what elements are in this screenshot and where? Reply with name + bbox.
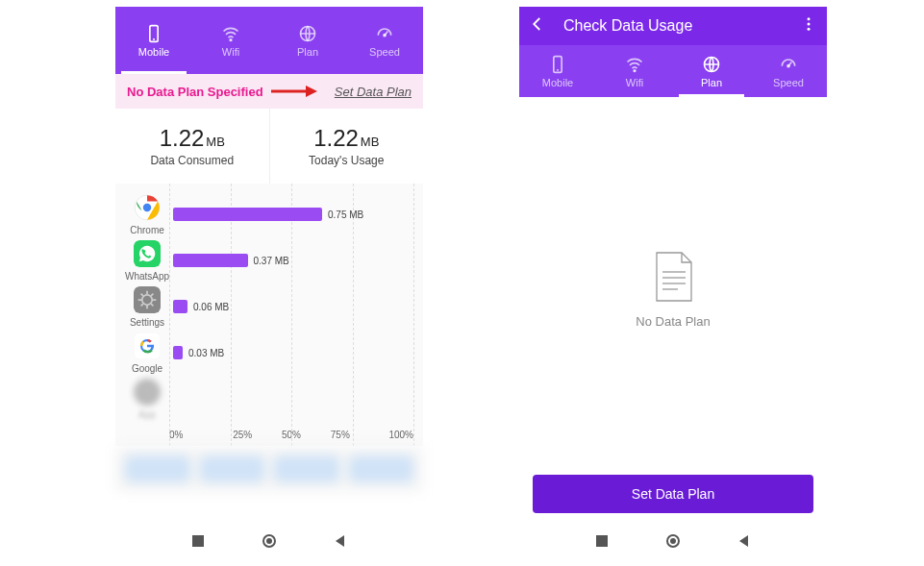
svg-marker-26 (336, 535, 344, 547)
empty-state: No Data Plan (519, 97, 827, 329)
axis-tick: 75% (315, 430, 364, 440)
svg-point-2 (230, 38, 232, 40)
bottom-blurred-row (115, 446, 423, 492)
tab-label: Wifi (222, 46, 239, 58)
tab-label: Speed (773, 77, 804, 88)
stat-today: 1.22MB Today's Usage (270, 109, 424, 184)
wifi-icon (221, 24, 240, 43)
tab-label: Wifi (626, 77, 643, 88)
wifi-icon (625, 55, 644, 74)
axis-tick: 25% (218, 430, 267, 440)
usage-bar (173, 254, 248, 267)
chrome-icon (134, 194, 161, 221)
svg-rect-23 (192, 535, 204, 547)
svg-point-10 (142, 202, 153, 212)
svg-point-5 (384, 34, 386, 36)
page-title: Check Data Usage (563, 17, 783, 35)
tab-label: Speed (369, 46, 400, 58)
phone-icon (548, 55, 567, 74)
nav-home-button[interactable] (666, 534, 680, 548)
nav-recent-button[interactable] (595, 534, 609, 548)
screenshot-left: Mobile Wifi Plan Speed No Data Plan Spec… (115, 7, 423, 559)
tab-label: Plan (701, 77, 722, 88)
tab-label: Plan (297, 46, 318, 58)
app-name: Settings (130, 317, 164, 328)
title-bar: Check Data Usage (519, 7, 827, 45)
tab-mobile[interactable]: Mobile (519, 45, 596, 97)
svg-rect-40 (596, 535, 608, 547)
redacted-app-icon (134, 379, 161, 406)
stat-unit: MB (361, 135, 380, 149)
globe-icon (298, 24, 317, 43)
set-data-plan-link[interactable]: Set Data Plan (335, 85, 412, 99)
svg-rect-12 (134, 286, 161, 313)
app-row-redacted[interactable]: App (125, 376, 413, 422)
app-row-whatsapp[interactable]: WhatsApp 0.37 MB (125, 237, 413, 283)
axis-tick: 0% (169, 430, 218, 440)
google-icon (134, 332, 161, 359)
globe-icon (702, 55, 721, 74)
axis-tick: 100% (364, 430, 413, 440)
no-plan-notice: No Data Plan Specified Set Data Plan (115, 74, 423, 109)
usage-bar (173, 300, 187, 313)
svg-marker-43 (739, 535, 748, 547)
speed-icon (375, 24, 394, 43)
stat-value: 1.22 (160, 125, 205, 151)
app-name: App (138, 409, 156, 420)
notice-text: No Data Plan Specified (127, 85, 263, 99)
svg-point-25 (266, 538, 272, 544)
tab-speed[interactable]: Speed (346, 7, 423, 74)
tab-wifi[interactable]: Wifi (596, 45, 673, 97)
settings-icon (134, 286, 161, 313)
app-row-google[interactable]: Google 0.03 MB (125, 330, 413, 376)
nav-home-button[interactable] (262, 534, 276, 548)
app-row-settings[interactable]: Settings 0.06 MB (125, 283, 413, 330)
app-name: Chrome (130, 225, 164, 235)
screenshot-right: Check Data Usage Mobile Wifi Plan Speed … (519, 7, 827, 559)
whatsapp-icon (134, 240, 161, 267)
empty-text: No Data Plan (636, 314, 710, 329)
svg-point-29 (808, 28, 811, 31)
app-row-chrome[interactable]: Chrome 0.75 MB (125, 191, 413, 237)
app-name: WhatsApp (125, 271, 169, 282)
usage-value: 0.06 MB (193, 302, 229, 312)
document-icon (649, 251, 697, 303)
usage-bar (173, 208, 322, 221)
tab-speed[interactable]: Speed (750, 45, 827, 97)
tab-bar: Mobile Wifi Plan Speed (115, 7, 423, 74)
svg-point-35 (787, 64, 789, 66)
back-icon[interactable] (529, 15, 546, 37)
nav-back-button[interactable] (334, 534, 347, 548)
svg-point-42 (670, 538, 676, 544)
svg-point-32 (634, 69, 636, 71)
stat-label: Today's Usage (309, 154, 384, 167)
more-icon[interactable] (800, 15, 817, 37)
usage-value: 0.37 MB (254, 256, 289, 266)
stats-row: 1.22MB Data Consumed 1.22MB Today's Usag… (115, 109, 423, 184)
x-axis: 0% 25% 50% 75% 100% (125, 422, 413, 446)
svg-marker-7 (306, 86, 317, 97)
tab-wifi[interactable]: Wifi (192, 7, 269, 74)
stat-label: Data Consumed (150, 154, 234, 167)
android-nav-bar (519, 527, 827, 555)
set-data-plan-button[interactable]: Set Data Plan (533, 475, 813, 513)
nav-back-button[interactable] (737, 534, 751, 548)
usage-value: 0.03 MB (188, 348, 224, 358)
app-name: Google (132, 363, 162, 374)
nav-recent-button[interactable] (191, 534, 205, 548)
arrow-annotation-icon (269, 84, 317, 99)
android-nav-bar (115, 527, 423, 555)
tab-bar: Mobile Wifi Plan Speed (519, 45, 827, 97)
speed-icon (779, 55, 798, 74)
usage-bar (173, 346, 183, 359)
svg-point-27 (808, 17, 811, 20)
svg-point-28 (808, 23, 811, 26)
tab-plan[interactable]: Plan (269, 7, 346, 74)
tab-plan[interactable]: Plan (673, 45, 750, 97)
tab-label: Mobile (138, 46, 169, 58)
stat-value: 1.22 (313, 125, 359, 151)
tab-label: Mobile (542, 77, 573, 88)
stat-unit: MB (206, 135, 225, 149)
phone-icon (144, 24, 163, 43)
tab-mobile[interactable]: Mobile (115, 7, 192, 74)
